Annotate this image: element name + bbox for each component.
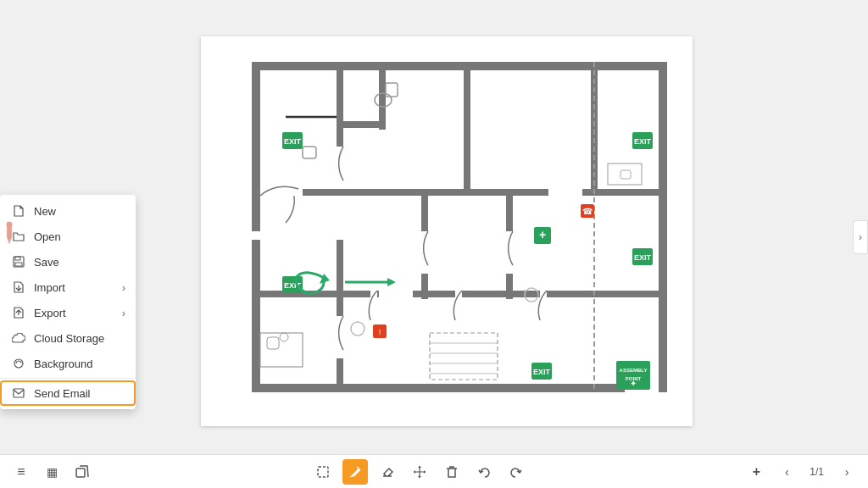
- file-menu: New Open Save Import › Export › Cloud St…: [0, 195, 136, 409]
- email-icon: [12, 386, 25, 400]
- qr-button[interactable]: ▦: [39, 459, 64, 485]
- svg-text:EXIT: EXIT: [634, 253, 652, 262]
- right-panel-toggle[interactable]: ›: [853, 220, 868, 254]
- add-diagram-button[interactable]: [70, 459, 95, 485]
- menu-item-cloud-storage[interactable]: Cloud Storage: [0, 325, 136, 351]
- menu-item-background[interactable]: Background: [0, 351, 136, 376]
- svg-rect-72: [76, 469, 85, 477]
- menu-divider: [0, 378, 136, 379]
- erase-button[interactable]: [375, 459, 400, 485]
- svg-text:EXIT: EXIT: [634, 137, 652, 146]
- chevron-right-icon: ›: [859, 231, 862, 243]
- zoom-in-button[interactable]: +: [743, 459, 769, 485]
- svg-rect-22: [464, 62, 470, 189]
- svg-rect-7: [252, 62, 260, 231]
- toolbar-left-group: ≡ ▦: [8, 459, 95, 485]
- menu-item-send-email[interactable]: Send Email: [0, 380, 136, 406]
- svg-rect-16: [337, 240, 343, 391]
- background-icon: [12, 357, 25, 370]
- floor-plan: EXIT EXIT EXIT EXIT EXIT ASSEMBLY POINT …: [201, 36, 693, 426]
- page-indicator: 1/1: [804, 466, 829, 478]
- svg-rect-10: [252, 384, 667, 392]
- import-arrow: ›: [122, 281, 125, 294]
- svg-rect-24: [337, 121, 386, 128]
- svg-rect-6: [252, 62, 667, 70]
- svg-rect-33: [260, 189, 303, 196]
- svg-rect-1: [15, 257, 20, 260]
- svg-text:☎: ☎: [582, 207, 593, 216]
- import-icon: [12, 280, 25, 294]
- cloud-icon: [12, 331, 25, 345]
- toolbar-right-group: + ‹ 1/1 ›: [743, 459, 860, 485]
- export-arrow: ›: [122, 307, 125, 319]
- svg-rect-23: [379, 62, 386, 130]
- prev-page-button[interactable]: ‹: [774, 459, 799, 485]
- draw-button[interactable]: [342, 459, 368, 485]
- toolbar-center-group: [310, 459, 529, 485]
- svg-text:EXIT: EXIT: [533, 368, 551, 376]
- svg-text:✦: ✦: [630, 379, 637, 388]
- redo-button[interactable]: [504, 459, 529, 485]
- svg-rect-8: [252, 240, 260, 392]
- file-icon: [12, 204, 25, 218]
- svg-text:ASSEMBLY: ASSEMBLY: [620, 368, 648, 373]
- menu-item-save[interactable]: Save: [0, 249, 136, 274]
- menu-button[interactable]: ≡: [8, 459, 34, 485]
- menu-item-open[interactable]: Open: [0, 224, 136, 249]
- svg-text:+: +: [539, 228, 546, 241]
- delete-button[interactable]: [439, 459, 465, 485]
- export-icon: [12, 306, 25, 319]
- menu-item-import[interactable]: Import ›: [0, 274, 136, 300]
- svg-rect-2: [15, 263, 22, 266]
- bottom-toolbar: ≡ ▦ + ‹ 1/1 ›: [0, 454, 868, 488]
- next-page-button[interactable]: ›: [834, 459, 860, 485]
- undo-button[interactable]: [471, 459, 497, 485]
- hand-cursor-indicator: [3, 220, 15, 246]
- svg-rect-73: [318, 467, 328, 477]
- svg-rect-9: [659, 62, 667, 392]
- menu-item-export[interactable]: Export ›: [0, 300, 136, 325]
- menu-item-new[interactable]: New: [0, 198, 136, 224]
- save-icon: [12, 255, 25, 269]
- pan-button[interactable]: [407, 459, 432, 485]
- svg-text:!: !: [379, 328, 381, 336]
- svg-text:EXIT: EXIT: [284, 137, 302, 146]
- select-button[interactable]: [310, 459, 336, 485]
- svg-rect-4: [14, 389, 24, 397]
